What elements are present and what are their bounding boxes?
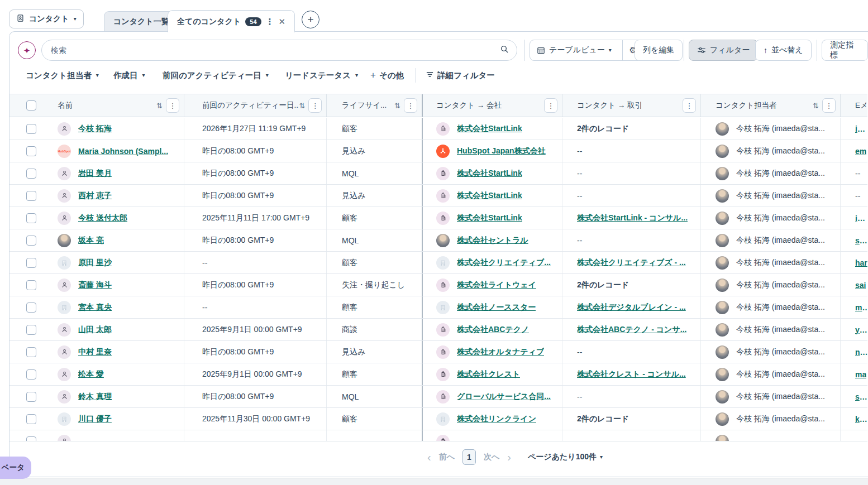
- column-options-kebab-icon[interactable]: ⋮: [683, 98, 696, 113]
- advanced-filters-button[interactable]: 詳細フィルター: [426, 68, 495, 83]
- column-header-name[interactable]: 名前 ⇅ ⋮: [43, 94, 184, 117]
- contact-name-link[interactable]: 松本 愛: [78, 369, 104, 380]
- deal-record-count[interactable]: 2件のレコード: [577, 414, 629, 424]
- contact-name-link[interactable]: 西村 恵子: [78, 191, 112, 201]
- ai-assistant-button[interactable]: ✦: [18, 41, 36, 59]
- quick-filter-lead-status[interactable]: リードステータス▾: [285, 68, 358, 83]
- email-link[interactable]: nak: [855, 348, 867, 357]
- filter-button[interactable]: フィルター: [689, 40, 758, 61]
- search-icon[interactable]: [500, 45, 509, 56]
- contact-name-link[interactable]: 山田 太郎: [78, 325, 112, 335]
- contact-name-link[interactable]: 鈴木 真理: [78, 392, 112, 402]
- company-link[interactable]: 株式会社オルタナティブ: [457, 347, 544, 357]
- company-link[interactable]: 株式会社クリエイティブ...: [457, 258, 551, 268]
- column-options-kebab-icon[interactable]: ⋮: [404, 98, 417, 113]
- company-link[interactable]: 株式会社クレスト: [457, 369, 520, 380]
- email-link[interactable]: ime: [855, 124, 867, 133]
- company-link[interactable]: 株式会社ライトウェイ: [457, 280, 536, 290]
- row-checkbox[interactable]: [26, 236, 36, 246]
- company-link[interactable]: 株式会社StartLink: [457, 191, 522, 201]
- row-checkbox[interactable]: [26, 146, 36, 156]
- contact-name-link[interactable]: 原田 里沙: [78, 258, 112, 268]
- prev-page-button[interactable]: 前へ: [439, 452, 455, 462]
- row-checkbox[interactable]: [26, 169, 36, 179]
- contact-name-link[interactable]: 坂本 亮: [78, 236, 104, 246]
- sort-button[interactable]: ↑ 並べ替え: [755, 40, 812, 61]
- contact-name-link[interactable]: 中村 里奈: [78, 347, 112, 357]
- chevron-left-icon[interactable]: ‹: [427, 452, 431, 463]
- contact-name-link[interactable]: 岩田 美月: [78, 169, 112, 179]
- deal-link[interactable]: 株式会社クリエイティブズ - ...: [577, 258, 686, 268]
- metrics-button[interactable]: 測定指標: [822, 40, 868, 61]
- quick-filter-owner[interactable]: コンタクト担当者▾: [26, 68, 99, 83]
- row-checkbox[interactable]: [26, 124, 36, 134]
- chevron-right-icon[interactable]: ›: [507, 452, 511, 463]
- column-header-lifecycle[interactable]: ライフサイ... ⇅ ⋮: [327, 94, 423, 117]
- column-header-company[interactable]: コンタクト → 会社 ⋮: [423, 94, 562, 117]
- sort-toggle-icon[interactable]: ⇅: [394, 102, 404, 110]
- column-header-owner[interactable]: コンタクト担当者 ⇅ ⋮: [701, 94, 841, 117]
- select-all-checkbox[interactable]: [26, 100, 36, 111]
- sort-toggle-icon[interactable]: ⇅: [156, 102, 166, 110]
- sort-toggle-icon[interactable]: ⇅: [813, 102, 822, 110]
- row-checkbox[interactable]: [26, 392, 36, 402]
- company-link[interactable]: 株式会社リンクライン: [457, 414, 536, 424]
- contact-name-link[interactable]: 今枝 拓海: [78, 124, 112, 134]
- sort-toggle-icon[interactable]: ⇅: [299, 102, 308, 110]
- column-options-kebab-icon[interactable]: ⋮: [822, 98, 836, 113]
- email-link[interactable]: har: [855, 258, 867, 267]
- contact-name-link[interactable]: 今枝 送付太郎: [78, 213, 127, 223]
- contact-name-link[interactable]: 斎藤 海斗: [78, 280, 112, 290]
- deal-link[interactable]: 株式会社ABCテクノ - コンサ...: [577, 325, 686, 335]
- row-checkbox[interactable]: [26, 347, 36, 357]
- tab-close-icon[interactable]: ✕: [279, 17, 286, 26]
- current-page-button[interactable]: 1: [462, 449, 476, 465]
- email-link[interactable]: yam: [855, 325, 867, 334]
- search-box[interactable]: [41, 40, 517, 61]
- company-link[interactable]: 株式会社ABCテクノ: [457, 325, 529, 335]
- collection-selector-button[interactable]: コンタクト ▾: [9, 9, 84, 28]
- deal-link[interactable]: 株式会社クレスト - コンサル...: [577, 369, 686, 380]
- row-checkbox[interactable]: [26, 258, 36, 268]
- add-view-button[interactable]: +: [302, 11, 319, 28]
- company-link[interactable]: 株式会社StartLink: [457, 124, 522, 134]
- column-options-kebab-icon[interactable]: ⋮: [544, 98, 557, 113]
- row-checkbox[interactable]: [26, 191, 36, 201]
- email-link[interactable]: ma: [855, 370, 866, 379]
- email-link[interactable]: miy: [855, 303, 867, 312]
- column-header-deal[interactable]: コンタクト → 取引 ⋮: [562, 94, 701, 117]
- tab-options-kebab-icon[interactable]: ⋮: [266, 17, 274, 26]
- next-page-button[interactable]: 次へ: [484, 452, 499, 462]
- column-options-kebab-icon[interactable]: ⋮: [166, 98, 179, 113]
- company-link[interactable]: 株式会社セントラル: [457, 236, 528, 246]
- deal-link[interactable]: 株式会社StartLink - コンサル...: [577, 213, 688, 223]
- per-page-dropdown[interactable]: ページあたり100件 ▾: [528, 452, 603, 462]
- row-checkbox[interactable]: [26, 369, 36, 380]
- row-checkbox[interactable]: [26, 302, 36, 313]
- company-link[interactable]: 株式会社ノーススター: [457, 302, 536, 313]
- contact-name-link[interactable]: 川口 優子: [78, 414, 112, 424]
- email-link[interactable]: sak: [855, 236, 867, 245]
- email-link[interactable]: ime: [855, 214, 867, 223]
- row-checkbox[interactable]: [26, 213, 36, 223]
- email-link[interactable]: em: [855, 147, 866, 156]
- company-link[interactable]: 株式会社StartLink: [457, 169, 522, 179]
- row-checkbox[interactable]: [26, 325, 36, 335]
- tab-all-contacts[interactable]: 全てのコンタクト 54 ⋮ ✕: [168, 10, 295, 32]
- column-header-email[interactable]: Eメール: [841, 94, 867, 117]
- email-link[interactable]: kaw: [855, 415, 867, 424]
- email-link[interactable]: suz: [855, 392, 867, 401]
- contact-name-link[interactable]: 宮本 真央: [78, 302, 112, 313]
- quick-filter-last-activity[interactable]: 前回のアクティビティー日▾: [163, 68, 269, 83]
- column-header-last-activity[interactable]: 前回のアクティビティー日... ⇅ ⋮: [184, 94, 327, 117]
- company-link[interactable]: HubSpot Japan株式会社: [457, 146, 546, 156]
- column-options-kebab-icon[interactable]: ⋮: [308, 98, 322, 113]
- search-input[interactable]: [51, 46, 500, 55]
- row-checkbox[interactable]: [26, 436, 36, 442]
- company-link[interactable]: 株式会社StartLink: [457, 213, 522, 223]
- row-checkbox[interactable]: [26, 414, 36, 424]
- row-checkbox[interactable]: [26, 280, 36, 290]
- deal-link[interactable]: 株式会社デジタルブレイン - ...: [577, 302, 686, 313]
- table-view-dropdown[interactable]: テーブルビュー ▾: [530, 40, 618, 60]
- deal-record-count[interactable]: 2件のレコード: [577, 124, 629, 134]
